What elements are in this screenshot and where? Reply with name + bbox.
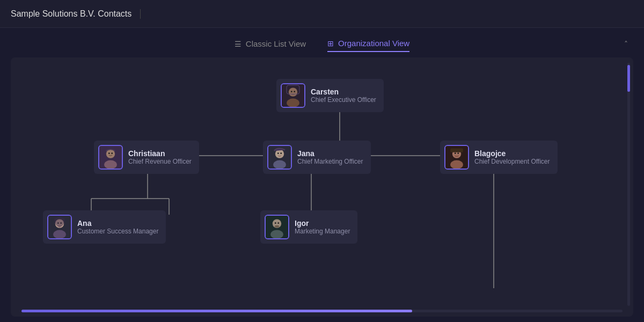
svg-point-12 [289, 87, 297, 96]
vertical-scrollbar[interactable] [627, 63, 630, 306]
person-card-igor[interactable]: IgorMarketing Manager [260, 210, 357, 244]
svg-point-31 [457, 152, 459, 154]
person-role-jana: Chief Marketing Officer [297, 158, 363, 165]
classic-tab-label: Classic List View [246, 39, 306, 48]
person-info-blagojce: BlagojceChief Development Officer [474, 149, 550, 165]
svg-point-26 [280, 152, 282, 154]
person-role-blagojce: Chief Development Officer [474, 158, 550, 165]
avatar-igor [265, 215, 289, 239]
person-name-blagojce: Blagojce [474, 149, 550, 158]
person-role-ana: Customer Success Manager [77, 228, 158, 235]
horizontal-scrollbar-thumb [21, 310, 412, 312]
svg-point-30 [455, 152, 456, 154]
svg-point-21 [111, 152, 113, 154]
person-card-ana[interactable]: AnaCustomer Success Manager [43, 210, 166, 244]
page-header: Sample Solutions B.V. Contacts [0, 0, 644, 28]
avatar-ana [47, 215, 72, 239]
person-card-blagojce[interactable]: BlagojceChief Development Officer [440, 141, 558, 174]
person-role-carsten: Chief Executive Officer [311, 96, 376, 104]
list-icon: ☰ [235, 40, 241, 48]
avatar-jana [267, 145, 292, 170]
org-chart-container: CarstenChief Executive OfficerChristiaan… [11, 57, 633, 317]
person-info-igor: IgorMarketing Manager [295, 219, 350, 235]
svg-point-43 [274, 225, 279, 228]
svg-point-14 [291, 91, 292, 92]
svg-point-25 [277, 152, 279, 154]
person-name-igor: Igor [295, 219, 350, 228]
person-name-ana: Ana [77, 219, 158, 228]
tab-classic[interactable]: ☰ Classic List View [235, 39, 306, 52]
person-info-carsten: CarstenChief Executive Officer [311, 87, 376, 104]
grid-icon: ⊞ [327, 39, 334, 48]
person-role-igor: Marketing Manager [295, 228, 350, 235]
person-card-christiaan[interactable]: ChristiaanChief Revenue Officer [94, 141, 199, 174]
person-name-carsten: Carsten [311, 87, 376, 96]
svg-point-42 [277, 222, 279, 224]
vertical-scrollbar-thumb [627, 65, 630, 92]
svg-point-23 [275, 149, 284, 158]
tab-org[interactable]: ⊞ Organizational View [327, 39, 409, 52]
person-role-christiaan: Chief Revenue Officer [128, 158, 192, 165]
avatar-carsten [281, 83, 305, 108]
svg-point-20 [108, 152, 110, 154]
person-info-jana: JanaChief Marketing Officer [297, 149, 363, 165]
org-canvas: CarstenChief Executive OfficerChristiaan… [11, 57, 633, 317]
collapse-button[interactable]: ˄ [624, 40, 628, 48]
svg-point-41 [275, 222, 276, 224]
person-card-carsten[interactable]: CarstenChief Executive Officer [276, 79, 384, 112]
avatar-christiaan [98, 145, 123, 170]
svg-point-15 [294, 91, 295, 92]
tabs-row: ☰ Classic List View ⊞ Organizational Vie… [11, 33, 633, 54]
svg-rect-32 [450, 149, 463, 152]
person-card-jana[interactable]: JanaChief Marketing Officer [263, 141, 371, 174]
person-name-christiaan: Christiaan [128, 149, 192, 158]
person-info-christiaan: ChristiaanChief Revenue Officer [128, 149, 192, 165]
person-info-ana: AnaCustomer Success Manager [77, 219, 158, 235]
page-title: Sample Solutions B.V. Contacts [11, 9, 141, 19]
org-tab-label: Organizational View [338, 39, 409, 48]
avatar-blagojce [444, 145, 469, 170]
person-name-jana: Jana [297, 149, 363, 158]
horizontal-scrollbar[interactable] [21, 310, 623, 312]
svg-point-18 [106, 149, 115, 158]
main-content: ☰ Classic List View ⊞ Organizational Vie… [0, 28, 644, 322]
